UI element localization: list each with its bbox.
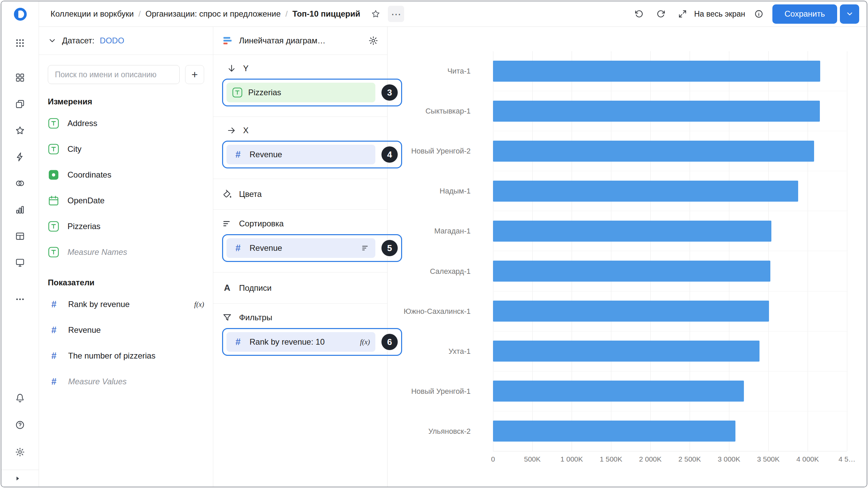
fullscreen-icon[interactable] <box>674 6 691 22</box>
info-icon[interactable] <box>751 6 767 22</box>
favorite-star-icon[interactable] <box>368 6 384 22</box>
x-tick-label: 2 500K <box>678 455 701 463</box>
settings-gear-icon[interactable] <box>11 443 29 461</box>
dashboards-monitor-icon[interactable] <box>11 254 29 271</box>
dimension-item-measure-names[interactable]: Measure Names <box>39 239 213 265</box>
number-type-icon: # <box>48 325 60 336</box>
number-type-icon: # <box>232 337 244 347</box>
tables-icon[interactable] <box>11 227 29 245</box>
breadcrumb-workbook[interactable]: Организации: спрос и предложение <box>145 9 281 19</box>
dimensions-title: Измерения <box>39 84 213 110</box>
sort-field-pill[interactable]: # Revenue <box>226 238 375 258</box>
datasets-venn-icon[interactable] <box>11 175 29 192</box>
dimension-item-coordinates[interactable]: Coordinates <box>39 162 213 188</box>
bar[interactable] <box>493 261 770 282</box>
category-label: Южно-Сахалинск-1 <box>388 291 482 331</box>
dataset-label: Датасет: <box>62 36 94 45</box>
measure-item-measure-values[interactable]: # Measure Values <box>39 369 213 394</box>
number-type-icon: # <box>232 149 244 160</box>
collections-icon[interactable] <box>11 95 29 113</box>
datalens-logo[interactable] <box>1 1 39 27</box>
dimension-item-pizzerias[interactable]: Pizzerias <box>39 214 213 239</box>
measure-item-revenue[interactable]: # Revenue <box>39 317 213 343</box>
quick-actions-bolt-icon[interactable] <box>11 148 29 166</box>
undo-icon[interactable] <box>631 6 647 22</box>
favorites-star-icon[interactable] <box>11 122 29 139</box>
bar[interactable] <box>493 341 760 362</box>
field-label: Measure Values <box>68 377 127 386</box>
filter-field-label: Rank by revenue: 10 <box>250 337 324 347</box>
notifications-bell-icon[interactable] <box>11 389 29 407</box>
apps-grid-icon[interactable] <box>11 34 29 52</box>
help-icon[interactable] <box>11 416 29 434</box>
chevron-down-icon[interactable] <box>48 36 57 45</box>
section-x: X # Revenue 4 <box>213 117 387 179</box>
x-field-pill[interactable]: # Revenue <box>226 145 375 164</box>
x-axis: 0500K1 000K1 500K2 000K2 500K3 000K3 500… <box>493 451 847 465</box>
redo-icon[interactable] <box>653 6 669 22</box>
category-label: Надым-1 <box>388 171 482 211</box>
dataset-header: Датасет: DODO <box>39 27 213 55</box>
filter-field-pill[interactable]: # Rank by revenue: 10 f(x) <box>226 332 375 352</box>
bar[interactable] <box>493 421 735 442</box>
dimension-item-address[interactable]: Address <box>39 110 213 136</box>
add-field-button[interactable]: + <box>185 65 204 84</box>
category-label: Ульяновск-2 <box>388 411 482 451</box>
number-type-icon: # <box>232 243 244 253</box>
x-tick-label: 0 <box>491 455 495 463</box>
collapse-rail-button[interactable] <box>1 470 39 487</box>
x-tick-label: 500K <box>524 455 540 463</box>
breadcrumb: Коллекции и воркбуки / Организации: спро… <box>51 9 360 19</box>
x-tick-label: 4 5… <box>839 455 855 463</box>
annotation-callout-filters: # Rank by revenue: 10 f(x) 6 <box>222 328 402 356</box>
dataset-name-link[interactable]: DODO <box>100 36 124 45</box>
section-sorting: Сортировка # Revenue 5 <box>213 210 387 272</box>
y-field-pill[interactable]: Pizzerias <box>226 83 375 102</box>
plot-area: 0500K1 000K1 500K2 000K2 500K3 000K3 500… <box>493 51 847 451</box>
measure-item-number-of-pizzerias[interactable]: # The number of pizzerias <box>39 343 213 369</box>
annotation-badge-6: 6 <box>381 334 398 350</box>
paint-bucket-icon <box>222 189 232 199</box>
dimension-item-city[interactable]: City <box>39 136 213 162</box>
more-icon[interactable] <box>11 290 29 308</box>
x-field-label: Revenue <box>250 150 282 159</box>
dimension-item-opendate[interactable]: OpenDate <box>39 188 213 214</box>
section-labels[interactable]: A Подписи <box>213 272 387 304</box>
geo-type-icon <box>48 169 59 181</box>
sort-direction-icon[interactable] <box>361 244 370 252</box>
date-type-icon <box>48 195 59 206</box>
bar[interactable] <box>493 61 820 82</box>
y-section-label: Y <box>243 64 249 73</box>
measure-item-rank-by-revenue[interactable]: # Rank by revenue f(x) <box>39 291 213 317</box>
chart-config-panel: Линейчатая диаграм… Y <box>213 27 388 487</box>
bar[interactable] <box>493 181 798 202</box>
top-header: Коллекции и воркбуки / Организации: спро… <box>39 1 867 27</box>
bar[interactable] <box>493 221 771 242</box>
sorting-section-label: Сортировка <box>239 219 284 228</box>
bar[interactable] <box>493 101 820 122</box>
funnel-icon <box>222 312 232 323</box>
widgets-icon[interactable] <box>11 69 29 86</box>
save-button[interactable]: Сохранить <box>772 4 837 24</box>
x-tick-label: 2 000K <box>639 455 662 463</box>
chart-type-name[interactable]: Линейчатая диаграм… <box>239 36 326 45</box>
fullscreen-label[interactable]: На весь экран <box>694 9 745 19</box>
field-label: The number of pizzerias <box>68 351 155 361</box>
field-label: Rank by revenue <box>68 300 130 309</box>
field-label: City <box>67 144 81 154</box>
app-window: Коллекции и воркбуки / Организации: спро… <box>1 1 867 487</box>
bar[interactable] <box>493 301 769 322</box>
save-dropdown-button[interactable] <box>840 4 859 24</box>
bar[interactable] <box>493 381 744 402</box>
arrow-right-icon <box>227 126 236 135</box>
charts-icon[interactable] <box>11 201 29 219</box>
field-label: Revenue <box>68 325 101 335</box>
chart-settings-gear-icon[interactable] <box>368 36 378 46</box>
bar[interactable] <box>493 141 814 162</box>
field-search-input[interactable] <box>48 65 180 84</box>
breadcrumb-collections[interactable]: Коллекции и воркбуки <box>51 9 134 19</box>
section-colors[interactable]: Цвета <box>213 179 387 210</box>
field-label: Address <box>67 119 97 128</box>
more-actions-icon[interactable]: ⋯ <box>388 6 404 22</box>
number-type-icon: # <box>48 351 60 361</box>
